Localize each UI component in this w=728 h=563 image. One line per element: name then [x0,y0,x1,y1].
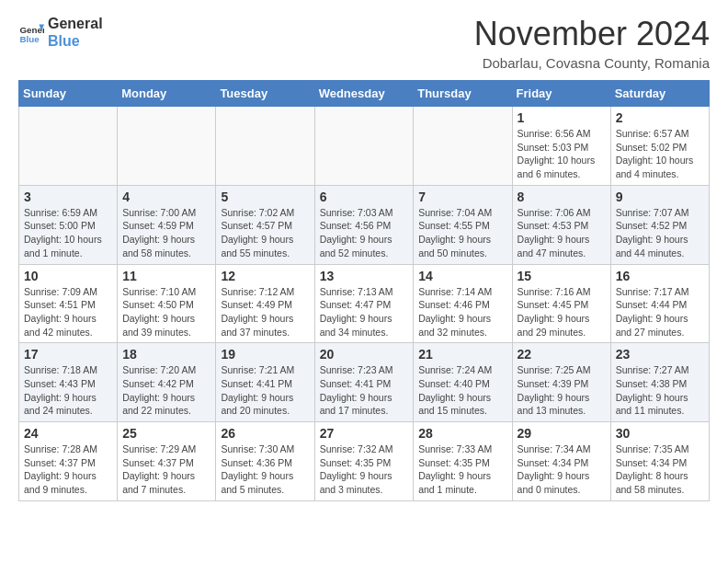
day-info: Sunrise: 7:09 AM Sunset: 4:51 PM Dayligh… [24,285,112,339]
day-info: Sunrise: 7:33 AM Sunset: 4:35 PM Dayligh… [418,442,506,497]
day-number: 3 [24,190,112,204]
col-thursday: Thursday [414,81,512,107]
calendar-cell: 8Sunrise: 7:06 AM Sunset: 4:53 PM Daylig… [512,185,610,264]
col-sunday: Sunday [19,81,118,107]
day-number: 17 [24,347,112,362]
day-info: Sunrise: 7:35 AM Sunset: 4:34 PM Dayligh… [616,442,704,497]
day-info: Sunrise: 7:12 AM Sunset: 4:49 PM Dayligh… [221,285,309,339]
calendar-cell: 21Sunrise: 7:24 AM Sunset: 4:40 PM Dayli… [414,343,512,422]
calendar-cell: 18Sunrise: 7:20 AM Sunset: 4:42 PM Dayli… [118,343,216,422]
calendar-cell: 27Sunrise: 7:32 AM Sunset: 4:35 PM Dayli… [314,422,414,501]
logo: General Blue General Blue [18,15,103,50]
calendar-cell: 7Sunrise: 7:04 AM Sunset: 4:55 PM Daylig… [414,185,512,264]
day-number: 30 [616,426,704,441]
day-info: Sunrise: 7:32 AM Sunset: 4:35 PM Dayligh… [320,442,409,497]
calendar-cell: 16Sunrise: 7:17 AM Sunset: 4:44 PM Dayli… [610,264,709,343]
month-title: November 2024 [474,15,710,53]
col-wednesday: Wednesday [314,81,414,107]
day-number: 22 [518,347,606,362]
day-info: Sunrise: 7:16 AM Sunset: 4:45 PM Dayligh… [518,285,606,339]
day-info: Sunrise: 7:06 AM Sunset: 4:53 PM Dayligh… [518,206,606,260]
day-number: 25 [122,426,210,441]
day-info: Sunrise: 6:59 AM Sunset: 5:00 PM Dayligh… [24,206,112,260]
calendar-cell: 4Sunrise: 7:00 AM Sunset: 4:59 PM Daylig… [118,185,216,264]
logo-line2: Blue [48,32,103,50]
calendar-cell: 29Sunrise: 7:34 AM Sunset: 4:34 PM Dayli… [512,422,610,501]
calendar-cell: 30Sunrise: 7:35 AM Sunset: 4:34 PM Dayli… [610,422,709,501]
day-info: Sunrise: 6:56 AM Sunset: 5:03 PM Dayligh… [518,127,606,181]
calendar-cell: 17Sunrise: 7:18 AM Sunset: 4:43 PM Dayli… [19,343,118,422]
calendar-cell: 25Sunrise: 7:29 AM Sunset: 4:37 PM Dayli… [118,422,216,501]
calendar-cell: 12Sunrise: 7:12 AM Sunset: 4:49 PM Dayli… [216,264,314,343]
page-container: General Blue General Blue November 2024 … [0,0,728,516]
day-number: 2 [616,110,704,125]
calendar-cell: 24Sunrise: 7:28 AM Sunset: 4:37 PM Dayli… [19,422,118,501]
calendar-cell [118,107,216,186]
day-info: Sunrise: 7:17 AM Sunset: 4:44 PM Dayligh… [616,285,704,339]
calendar-cell: 19Sunrise: 7:21 AM Sunset: 4:41 PM Dayli… [216,343,314,422]
calendar-body: 1Sunrise: 6:56 AM Sunset: 5:03 PM Daylig… [19,107,710,501]
day-info: Sunrise: 7:23 AM Sunset: 4:41 PM Dayligh… [320,363,409,418]
day-number: 15 [518,269,606,283]
day-info: Sunrise: 7:03 AM Sunset: 4:56 PM Dayligh… [320,206,409,260]
calendar-week-3: 17Sunrise: 7:18 AM Sunset: 4:43 PM Dayli… [19,343,710,422]
day-info: Sunrise: 7:27 AM Sunset: 4:38 PM Dayligh… [616,363,704,418]
day-number: 18 [122,347,210,362]
day-number: 26 [221,426,309,441]
day-number: 13 [320,269,409,283]
day-number: 7 [418,190,506,204]
day-number: 10 [24,269,112,283]
day-info: Sunrise: 7:07 AM Sunset: 4:52 PM Dayligh… [616,206,704,260]
day-info: Sunrise: 7:20 AM Sunset: 4:42 PM Dayligh… [122,363,210,418]
day-info: Sunrise: 7:21 AM Sunset: 4:41 PM Dayligh… [221,363,309,418]
day-number: 23 [616,347,704,362]
calendar-header: Sunday Monday Tuesday Wednesday Thursday… [19,81,710,107]
day-number: 21 [418,347,506,362]
calendar-cell: 28Sunrise: 7:33 AM Sunset: 4:35 PM Dayli… [414,422,512,501]
day-number: 4 [122,190,210,204]
day-number: 12 [221,269,309,283]
day-info: Sunrise: 7:04 AM Sunset: 4:55 PM Dayligh… [418,206,506,260]
day-info: Sunrise: 6:57 AM Sunset: 5:02 PM Dayligh… [616,127,704,181]
day-number: 19 [221,347,309,362]
day-info: Sunrise: 7:02 AM Sunset: 4:57 PM Dayligh… [221,206,309,260]
calendar-cell: 11Sunrise: 7:10 AM Sunset: 4:50 PM Dayli… [118,264,216,343]
calendar-cell: 26Sunrise: 7:30 AM Sunset: 4:36 PM Dayli… [216,422,314,501]
day-number: 8 [518,190,606,204]
svg-text:Blue: Blue [19,34,40,44]
calendar-week-2: 10Sunrise: 7:09 AM Sunset: 4:51 PM Dayli… [19,264,710,343]
day-number: 9 [616,190,704,204]
calendar-cell: 2Sunrise: 6:57 AM Sunset: 5:02 PM Daylig… [610,107,709,186]
calendar-cell: 10Sunrise: 7:09 AM Sunset: 4:51 PM Dayli… [19,264,118,343]
calendar-cell: 13Sunrise: 7:13 AM Sunset: 4:47 PM Dayli… [314,264,414,343]
day-info: Sunrise: 7:18 AM Sunset: 4:43 PM Dayligh… [24,363,112,418]
col-tuesday: Tuesday [216,81,314,107]
day-info: Sunrise: 7:25 AM Sunset: 4:39 PM Dayligh… [518,363,606,418]
calendar-cell: 14Sunrise: 7:14 AM Sunset: 4:46 PM Dayli… [414,264,512,343]
day-number: 27 [320,426,409,441]
day-number: 1 [518,110,606,125]
location: Dobarlau, Covasna County, Romania [474,55,710,71]
day-info: Sunrise: 7:30 AM Sunset: 4:36 PM Dayligh… [221,442,309,497]
day-info: Sunrise: 7:28 AM Sunset: 4:37 PM Dayligh… [24,442,112,497]
title-area: November 2024 Dobarlau, Covasna County, … [474,15,710,71]
calendar-cell [216,107,314,186]
calendar-cell: 9Sunrise: 7:07 AM Sunset: 4:52 PM Daylig… [610,185,709,264]
header: General Blue General Blue November 2024 … [18,15,710,71]
day-info: Sunrise: 7:34 AM Sunset: 4:34 PM Dayligh… [518,442,606,497]
day-number: 29 [518,426,606,441]
day-number: 11 [122,269,210,283]
calendar-cell: 22Sunrise: 7:25 AM Sunset: 4:39 PM Dayli… [512,343,610,422]
calendar-week-0: 1Sunrise: 6:56 AM Sunset: 5:03 PM Daylig… [19,107,710,186]
calendar-cell: 5Sunrise: 7:02 AM Sunset: 4:57 PM Daylig… [216,185,314,264]
day-info: Sunrise: 7:24 AM Sunset: 4:40 PM Dayligh… [418,363,506,418]
logo-line1: General [48,15,103,32]
day-info: Sunrise: 7:00 AM Sunset: 4:59 PM Dayligh… [122,206,210,260]
calendar-cell: 1Sunrise: 6:56 AM Sunset: 5:03 PM Daylig… [512,107,610,186]
calendar-cell [414,107,512,186]
col-monday: Monday [118,81,216,107]
day-number: 28 [418,426,506,441]
day-info: Sunrise: 7:14 AM Sunset: 4:46 PM Dayligh… [418,285,506,339]
calendar-cell: 20Sunrise: 7:23 AM Sunset: 4:41 PM Dayli… [314,343,414,422]
calendar-cell: 15Sunrise: 7:16 AM Sunset: 4:45 PM Dayli… [512,264,610,343]
